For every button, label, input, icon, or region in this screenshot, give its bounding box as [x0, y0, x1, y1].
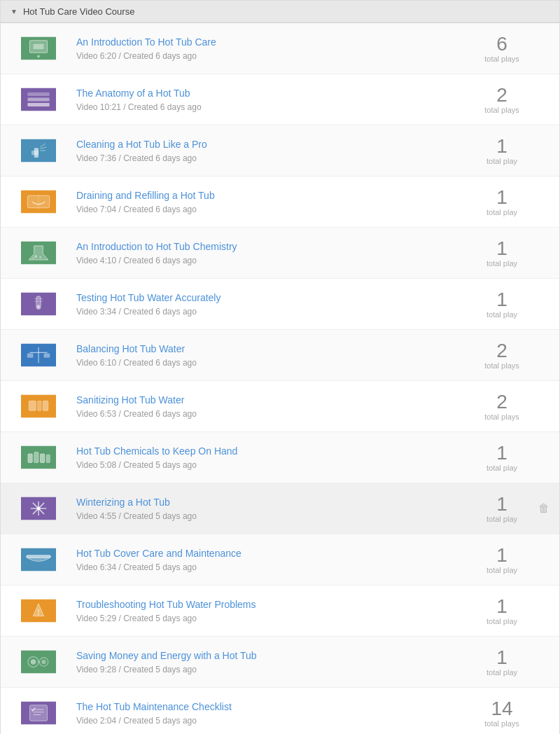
video-title[interactable]: The Hot Tub Maintenance Checklist: [76, 701, 467, 712]
chevron-down-icon: ▼: [10, 8, 18, 15]
video-item: Sanitizing Hot Tub Water Video 6:53 / Cr…: [1, 381, 559, 432]
video-list: An Introduction To Hot Tub Care Video 6:…: [1, 23, 559, 734]
svg-rect-58: [30, 705, 48, 721]
video-title[interactable]: Hot Tub Cover Care and Maintenance: [76, 548, 467, 559]
video-title[interactable]: Saving Money and Energy with a Hot Tub: [76, 650, 467, 661]
video-thumbnail[interactable]: [10, 235, 66, 271]
video-thumbnail[interactable]: [10, 593, 66, 629]
video-meta: Video 4:10 / Created 6 days ago: [76, 256, 197, 265]
video-thumbnail[interactable]: [10, 541, 66, 578]
play-count: 6: [474, 34, 530, 55]
video-meta: Video 9:28 / Created 5 days ago: [76, 665, 197, 674]
video-title[interactable]: Troubleshooting Hot Tub Water Problems: [76, 599, 467, 610]
play-label: total plays: [474, 413, 530, 421]
svg-rect-10: [31, 151, 38, 155]
video-stats: 2 total plays: [474, 340, 530, 371]
play-count: 2: [474, 85, 530, 106]
video-title[interactable]: Testing Hot Tub Water Accurately: [76, 292, 467, 303]
svg-rect-32: [29, 401, 36, 411]
video-item: Saving Money and Energy with a Hot Tub V…: [1, 637, 559, 688]
svg-rect-6: [27, 98, 49, 102]
course-container: ▼ Hot Tub Care Video Course An Introduct…: [0, 0, 560, 734]
video-thumbnail[interactable]: [10, 286, 66, 322]
video-thumbnail[interactable]: [10, 439, 66, 476]
svg-rect-34: [43, 401, 48, 411]
play-label: total plays: [474, 719, 530, 728]
video-stats: 14 total plays: [474, 698, 530, 728]
play-label: total play: [474, 464, 530, 472]
play-count: 2: [474, 392, 530, 413]
video-thumbnail[interactable]: [10, 184, 66, 220]
video-meta: Video 7:04 / Created 6 days ago: [76, 205, 197, 214]
video-title[interactable]: Cleaning a Hot Tub Like a Pro: [76, 139, 467, 150]
video-title[interactable]: The Anatomy of a Hot Tub: [76, 88, 467, 99]
play-label: total play: [474, 310, 530, 319]
video-item: An Introduction to Hot Tub Chemistry Vid…: [1, 228, 559, 279]
video-thumbnail[interactable]: [10, 388, 66, 424]
video-item: The Hot Tub Maintenance Checklist Video …: [1, 688, 559, 734]
play-label: total plays: [474, 106, 530, 114]
svg-point-45: [37, 507, 41, 511]
svg-rect-30: [44, 354, 50, 358]
video-info: Troubleshooting Hot Tub Water Problems V…: [76, 599, 467, 623]
video-stats: 2 total plays: [474, 85, 530, 115]
video-title[interactable]: Winterizing a Hot Tub: [76, 497, 467, 508]
video-item: The Anatomy of a Hot Tub Video 10:21 / C…: [1, 74, 559, 125]
video-stats: 1 total play: [474, 443, 530, 473]
video-meta: Video 10:21 / Created 6 days ago: [76, 102, 202, 112]
video-thumbnail[interactable]: [10, 132, 66, 169]
video-stats: 1 total play: [474, 136, 530, 166]
video-info: Hot Tub Cover Care and Maintenance Video…: [76, 548, 467, 572]
video-meta: Video 3:34 / Created 6 days ago: [76, 307, 197, 317]
play-label: total plays: [474, 55, 530, 63]
video-title[interactable]: Sanitizing Hot Tub Water: [76, 394, 467, 406]
video-info: Draining and Refilling a Hot Tub Video 7…: [76, 190, 467, 214]
video-item: Hot Tub Chemicals to Keep On Hand Video …: [1, 432, 559, 483]
video-info: Saving Money and Energy with a Hot Tub V…: [76, 650, 467, 674]
video-info: The Anatomy of a Hot Tub Video 10:21 / C…: [76, 88, 467, 112]
video-item: Draining and Refilling a Hot Tub Video 7…: [1, 176, 559, 228]
play-label: total play: [474, 617, 530, 625]
delete-icon[interactable]: 🗑: [538, 502, 550, 515]
video-item: An Introduction To Hot Tub Care Video 6:…: [1, 23, 559, 74]
svg-rect-29: [27, 354, 34, 358]
video-title[interactable]: Draining and Refilling a Hot Tub: [76, 190, 467, 201]
video-meta: Video 6:20 / Created 6 days ago: [76, 51, 197, 61]
video-item: Hot Tub Cover Care and Maintenance Video…: [1, 534, 559, 586]
video-thumbnail[interactable]: [10, 30, 66, 67]
play-label: total play: [474, 208, 530, 216]
video-thumbnail[interactable]: [10, 81, 66, 118]
video-thumbnail[interactable]: [10, 337, 66, 373]
video-meta: Video 6:53 / Created 6 days ago: [76, 409, 197, 419]
video-meta: Video 5:29 / Created 5 days ago: [76, 614, 197, 623]
play-count: 2: [474, 340, 530, 362]
video-info: Cleaning a Hot Tub Like a Pro Video 7:36…: [76, 139, 467, 163]
play-label: total play: [474, 515, 530, 523]
video-item: Troubleshooting Hot Tub Water Problems V…: [1, 586, 559, 637]
video-stats: 1 total play: [474, 238, 530, 268]
svg-rect-7: [27, 103, 49, 106]
video-thumbnail[interactable]: [10, 695, 66, 731]
video-info: The Hot Tub Maintenance Checklist Video …: [76, 701, 467, 726]
video-info: An Introduction To Hot Tub Care Video 6:…: [76, 36, 467, 61]
play-count: 14: [474, 698, 530, 720]
play-count: 1: [474, 596, 530, 618]
svg-rect-37: [34, 452, 38, 463]
svg-point-19: [39, 256, 41, 258]
video-item: Winterizing a Hot Tub Video 4:55 / Creat…: [1, 483, 559, 534]
svg-point-55: [41, 660, 46, 664]
video-title[interactable]: Hot Tub Chemicals to Keep On Hand: [76, 445, 467, 457]
video-title[interactable]: Balancing Hot Tub Water: [76, 343, 467, 354]
video-title[interactable]: An Introduction to Hot Tub Chemistry: [76, 241, 467, 252]
video-thumbnail[interactable]: [10, 644, 66, 680]
svg-point-20: [32, 257, 34, 259]
video-info: Balancing Hot Tub Water Video 6:10 / Cre…: [76, 343, 467, 368]
video-item: Cleaning a Hot Tub Like a Pro Video 7:36…: [1, 125, 559, 176]
play-count: 1: [474, 494, 530, 515]
video-title[interactable]: An Introduction To Hot Tub Care: [76, 36, 467, 48]
video-stats: 1 total play: [474, 187, 530, 217]
video-thumbnail[interactable]: [10, 490, 66, 527]
video-meta: Video 4:55 / Created 5 days ago: [76, 511, 197, 521]
play-count: 1: [474, 545, 530, 567]
svg-point-53: [31, 659, 36, 665]
